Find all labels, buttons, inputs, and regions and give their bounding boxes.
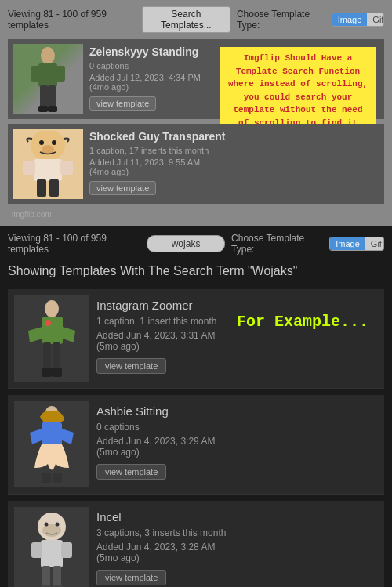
template-card-zelenskyy: Zelenskyyy Standing 0 captions Added Jul…	[8, 39, 384, 119]
type-toggle-bottom[interactable]: Image Gif	[329, 237, 384, 251]
dark-captions-ashbie: 0 captions	[96, 422, 378, 433]
svg-point-17	[45, 300, 59, 317]
type-toggle-top[interactable]: Image Gif	[332, 13, 384, 27]
dark-card-zoomer: Instagram Zoomer 1 caption, 1 insert thi…	[8, 289, 384, 389]
svg-rect-1	[38, 63, 57, 87]
dark-thumb-incel	[14, 507, 89, 587]
type-gif-bottom[interactable]: Gif	[365, 237, 384, 250]
svg-rect-3	[56, 66, 65, 82]
choose-type-label-bottom: Choose Template Type:	[231, 233, 323, 255]
dark-date-ashbie: Added Jun 4, 2023, 3:29 AM (5mo ago)	[96, 436, 378, 458]
view-template-zoomer-btn[interactable]: view template	[96, 358, 166, 374]
dark-info-zoomer: Instagram Zoomer 1 caption, 1 insert thi…	[96, 295, 378, 374]
template-card-shocked: Shocked Guy Transparent 1 caption, 17 in…	[8, 124, 384, 204]
svg-rect-12	[34, 159, 62, 181]
svg-rect-16	[49, 179, 59, 197]
svg-rect-2	[31, 66, 40, 82]
view-template-shocked-btn[interactable]: view template	[89, 181, 156, 195]
svg-rect-18	[42, 317, 63, 344]
viewing-count-top: Viewing 81 - 100 of 959 templates	[8, 9, 136, 31]
template-title-shocked: Shocked Guy Transparent	[89, 130, 379, 143]
bottom-bar: Viewing 81 - 100 of 959 templates Choose…	[8, 233, 384, 255]
top-section: Viewing 81 - 100 of 959 templates Search…	[0, 0, 392, 226]
svg-rect-7	[48, 106, 57, 112]
dark-thumb-zoomer	[14, 295, 89, 382]
svg-point-10	[52, 140, 56, 145]
dark-title-ashbie: Ashbie Sitting	[96, 404, 378, 418]
svg-rect-14	[60, 161, 73, 175]
dark-thumb-ashbie	[14, 401, 89, 487]
dark-captions-incel: 3 captions, 3 inserts this month	[96, 527, 378, 538]
svg-rect-19	[43, 342, 51, 370]
svg-rect-13	[23, 161, 35, 175]
svg-rect-32	[41, 540, 63, 567]
svg-rect-5	[48, 85, 56, 107]
svg-rect-34	[61, 542, 72, 558]
watermark-top: imgflip.com	[8, 208, 384, 220]
showing-header: Showing Templates With The Search Term "…	[8, 261, 384, 281]
tooltip-box: Imgflip Should Have a Template Search Fu…	[220, 47, 376, 134]
type-image-bottom[interactable]: Image	[330, 237, 365, 250]
svg-rect-20	[53, 342, 60, 370]
dark-title-zoomer: Instagram Zoomer	[96, 299, 378, 312]
top-bar: Viewing 81 - 100 of 959 templates Search…	[8, 6, 384, 33]
dark-title-incel: Incel	[96, 510, 378, 524]
type-gif-top[interactable]: Gif	[367, 13, 384, 26]
search-input[interactable]	[147, 235, 225, 252]
svg-rect-36	[53, 566, 61, 587]
dark-info-incel: Incel 3 captions, 3 inserts this month A…	[96, 507, 378, 585]
svg-rect-21	[42, 368, 52, 377]
svg-rect-4	[40, 85, 48, 107]
svg-rect-25	[42, 422, 62, 446]
template-captions-shocked: 1 caption, 17 inserts this month	[89, 146, 379, 155]
template-thumb-shocked	[13, 129, 83, 199]
view-template-ashbie-btn[interactable]: view template	[96, 464, 166, 480]
choose-type-label-top: Choose Template Type:	[237, 9, 325, 31]
svg-rect-22	[52, 368, 62, 377]
svg-rect-27	[53, 473, 62, 483]
svg-point-31	[55, 523, 59, 527]
search-templates-button[interactable]: Search Templates...	[142, 6, 230, 33]
dark-card-ashbie: Ashbie Sitting 0 captions Added Jun 4, 2…	[8, 395, 384, 495]
svg-point-0	[41, 47, 55, 64]
dark-date-incel: Added Jun 4, 2023, 3:28 AM (5mo ago)	[96, 542, 378, 563]
svg-rect-33	[31, 542, 42, 558]
viewing-count-bottom: Viewing 81 - 100 of 959 templates	[8, 233, 140, 255]
dark-date-zoomer: Added Jun 4, 2023, 3:31 AM (5mo ago)	[96, 330, 378, 352]
bottom-section: Viewing 81 - 100 of 959 templates Choose…	[0, 226, 392, 587]
template-info-shocked: Shocked Guy Transparent 1 caption, 17 in…	[89, 129, 379, 195]
for-example-label: For Example...	[237, 313, 368, 331]
svg-rect-15	[37, 179, 46, 197]
template-thumb-zelenskyy	[13, 44, 83, 114]
svg-point-23	[45, 320, 51, 326]
svg-point-9	[39, 140, 44, 145]
type-image-top[interactable]: Image	[332, 13, 368, 26]
svg-rect-35	[42, 566, 50, 587]
svg-point-30	[44, 523, 48, 527]
dark-card-incel: Incel 3 captions, 3 inserts this month A…	[8, 501, 384, 587]
svg-rect-6	[38, 106, 48, 112]
svg-rect-26	[42, 473, 51, 483]
view-template-zelenskyy-btn[interactable]: view template	[89, 96, 156, 111]
template-date-shocked: Added Jul 11, 2023, 9:55 AM (4mo ago)	[89, 158, 379, 176]
dark-info-ashbie: Ashbie Sitting 0 captions Added Jun 4, 2…	[96, 401, 378, 480]
view-template-incel-btn[interactable]: view template	[96, 570, 166, 585]
